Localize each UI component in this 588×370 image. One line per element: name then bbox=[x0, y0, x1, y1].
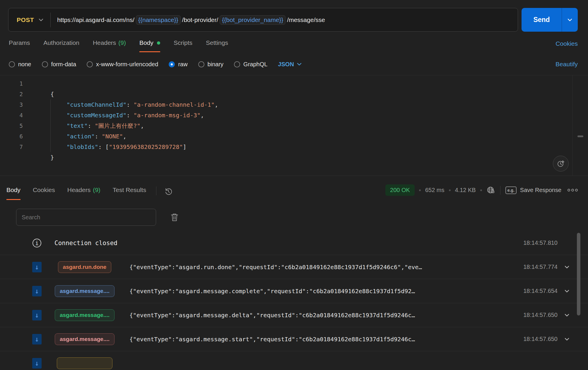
response-search-row bbox=[0, 209, 588, 226]
tab-params[interactable]: Params bbox=[9, 39, 30, 52]
mode-raw[interactable]: raw bbox=[169, 61, 187, 68]
editor-scrollbar-thumb[interactable] bbox=[577, 135, 583, 137]
expand-button[interactable] bbox=[558, 314, 569, 317]
send-options-button[interactable] bbox=[562, 8, 578, 32]
code-line: 2"customChannelId": "a-random-channel-id… bbox=[0, 89, 588, 99]
download-arrow-icon: ↓ bbox=[32, 262, 42, 272]
tab-body[interactable]: Body bbox=[139, 39, 160, 52]
mode-graphql[interactable]: GraphQL bbox=[234, 61, 267, 68]
chevron-down-icon bbox=[568, 18, 572, 21]
tab-settings[interactable]: Settings bbox=[206, 39, 228, 52]
headers-count-badge: (9) bbox=[118, 39, 126, 46]
divider bbox=[500, 186, 500, 195]
expand-button[interactable] bbox=[558, 266, 569, 269]
event-timestamp: 18:14:57.654 bbox=[511, 288, 558, 294]
event-type-badge: asgard.message.... bbox=[55, 309, 114, 321]
event-row-message-start[interactable]: ↓ asgard.message.... {"eventType":"asgar… bbox=[0, 327, 588, 351]
url-segment: https://api.asgard-ai.com/ns/ bbox=[57, 16, 134, 23]
chevron-down-icon bbox=[297, 63, 302, 66]
event-message: {"eventType":"asgard.message.complete","… bbox=[129, 288, 511, 295]
body-mode-row: none form-data x-www-form-urlencoded raw… bbox=[0, 52, 588, 70]
request-bar: POST https://api.asgard-ai.com/ns/ {{nam… bbox=[0, 0, 588, 32]
event-type-badge: asgard.message.... bbox=[55, 333, 114, 345]
event-type-badge: asgard.message.... bbox=[55, 285, 114, 297]
url-variable-bot-provider-name: {{bot_provider_name}} bbox=[220, 15, 286, 25]
chevron-down-icon bbox=[565, 338, 569, 341]
event-message: {"eventType":"asgard.message.delta","req… bbox=[129, 312, 511, 319]
response-header: Body Cookies Headers (9) Test Results 20… bbox=[0, 176, 588, 200]
tab-scripts[interactable]: Scripts bbox=[174, 39, 192, 52]
expand-button[interactable] bbox=[558, 338, 569, 341]
code-line: 7} bbox=[0, 142, 588, 152]
event-row-partial[interactable]: ↓ bbox=[0, 351, 588, 370]
search-input[interactable] bbox=[16, 209, 156, 226]
url-segment: /bot-provider/ bbox=[182, 16, 218, 23]
event-type-badge: asgard.run.done bbox=[58, 261, 112, 273]
event-row-message-delta[interactable]: ↓ asgard.message.... {"eventType":"asgar… bbox=[0, 303, 588, 327]
save-response-button[interactable]: e.g. Save Response bbox=[505, 186, 561, 194]
cookies-link[interactable]: Cookies bbox=[555, 40, 578, 47]
event-row-run-done[interactable]: ↓ asgard.run.done {"eventType":"asgard.r… bbox=[0, 255, 588, 279]
ellipsis-icon bbox=[568, 189, 578, 191]
response-tab-cookies[interactable]: Cookies bbox=[33, 186, 55, 200]
beautify-link[interactable]: Beautify bbox=[555, 61, 578, 67]
response-size: 4.12 KB bbox=[455, 187, 476, 194]
event-message: Connection closed bbox=[54, 240, 511, 247]
event-timestamp: 18:14:57.810 bbox=[511, 240, 558, 246]
download-arrow-icon: ↓ bbox=[32, 358, 42, 369]
event-timestamp: 18:14:57.774 bbox=[511, 264, 558, 270]
mode-none[interactable]: none bbox=[9, 61, 31, 68]
radio-icon bbox=[42, 61, 48, 67]
download-arrow-icon: ↓ bbox=[32, 286, 42, 296]
trash-icon bbox=[170, 213, 179, 222]
download-arrow-icon: ↓ bbox=[32, 310, 42, 320]
send-button[interactable]: Send bbox=[522, 8, 562, 32]
separator-dot bbox=[480, 189, 482, 191]
chevron-down-icon bbox=[565, 290, 569, 293]
url-input[interactable]: https://api.asgard-ai.com/ns/ {{namespac… bbox=[51, 15, 325, 25]
chevron-down-icon bbox=[565, 266, 569, 269]
postbot-button[interactable] bbox=[553, 156, 569, 172]
method-selector[interactable]: POST bbox=[8, 8, 50, 31]
event-message: {"eventType":"asgard.message.start","req… bbox=[129, 336, 511, 343]
history-clock-icon bbox=[164, 187, 173, 196]
tab-authorization[interactable]: Authorization bbox=[43, 39, 79, 52]
event-row-message-complete[interactable]: ↓ asgard.message.... {"eventType":"asgar… bbox=[0, 279, 588, 303]
code-line: 4"text": "圖片上有什麼?", bbox=[0, 110, 588, 120]
event-list-scrollbar[interactable] bbox=[577, 233, 580, 315]
network-globe-lock-icon bbox=[486, 186, 495, 195]
expand-button[interactable] bbox=[558, 290, 569, 293]
tab-headers[interactable]: Headers (9) bbox=[93, 39, 126, 52]
more-actions-button[interactable] bbox=[566, 189, 578, 191]
response-time: 652 ms bbox=[425, 187, 445, 194]
download-arrow-icon: ↓ bbox=[32, 334, 42, 344]
mode-form-data[interactable]: form-data bbox=[42, 61, 76, 68]
method-label: POST bbox=[17, 16, 34, 23]
separator-dot bbox=[419, 189, 421, 191]
mode-x-www-form-urlencoded[interactable]: x-www-form-urlencoded bbox=[87, 61, 158, 68]
code-line: 5"action": "NONE", bbox=[0, 120, 588, 131]
status-badge: 200 OK bbox=[385, 184, 415, 196]
url-box: POST https://api.asgard-ai.com/ns/ {{nam… bbox=[8, 8, 518, 32]
response-tab-body[interactable]: Body bbox=[6, 186, 20, 200]
send-split-button: Send bbox=[522, 8, 578, 32]
radio-icon bbox=[234, 61, 240, 67]
code-line: 3"customMessageId": "a-random-msg-id-3", bbox=[0, 99, 588, 110]
event-row-connection-closed[interactable]: i Connection closed 18:14:57.810 bbox=[0, 231, 588, 255]
response-status-cluster: 200 OK 652 ms 4.12 KB e.g. Save Response bbox=[385, 184, 578, 200]
clear-events-button[interactable] bbox=[170, 213, 179, 222]
request-tabs: Params Authorization Headers (9) Body Sc… bbox=[0, 32, 588, 52]
response-tabs: Body Cookies Headers (9) Test Results bbox=[6, 186, 146, 200]
response-tab-headers[interactable]: Headers (9) bbox=[67, 186, 100, 200]
info-icon: i bbox=[33, 239, 41, 247]
response-tab-test-results[interactable]: Test Results bbox=[113, 186, 146, 200]
language-selector[interactable]: JSON bbox=[278, 61, 301, 68]
response-history-button[interactable] bbox=[164, 187, 173, 200]
request-body-editor[interactable]: 1{ 2"customChannelId": "a-random-channel… bbox=[0, 75, 588, 176]
chevron-down-icon bbox=[565, 314, 569, 317]
code-line: 1{ bbox=[0, 78, 588, 89]
url-variable-namespace: {{namespace}} bbox=[136, 15, 181, 25]
example-icon: e.g. bbox=[505, 186, 517, 194]
mode-binary[interactable]: binary bbox=[198, 61, 223, 68]
url-segment: /message/sse bbox=[287, 16, 325, 23]
